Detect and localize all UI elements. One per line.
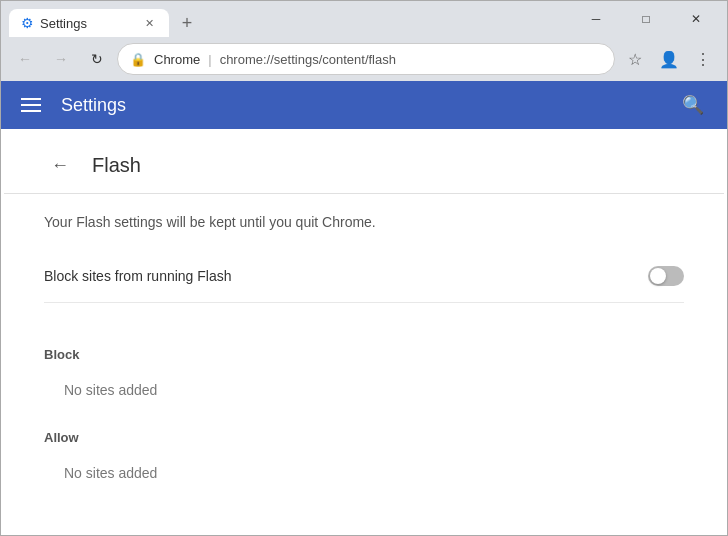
allow-empty-text: No sites added <box>44 453 684 493</box>
titlebar: ⚙ Settings ✕ + ─ □ ✕ <box>1 1 727 37</box>
reload-button[interactable]: ↻ <box>81 43 113 75</box>
settings-header: Settings 🔍 <box>1 81 727 129</box>
block-flash-label: Block sites from running Flash <box>44 268 232 284</box>
omnibox[interactable]: 🔒 Chrome | chrome://settings/content/fla… <box>117 43 615 75</box>
omnibox-path: chrome://settings/content/flash <box>220 52 396 67</box>
flash-page-title: Flash <box>92 154 141 177</box>
hamburger-menu-button[interactable] <box>17 94 45 116</box>
block-section-title: Block <box>44 347 684 362</box>
omnibox-domain: Chrome <box>154 52 200 67</box>
new-tab-button[interactable]: + <box>173 9 201 37</box>
menu-button[interactable]: ⋮ <box>687 43 719 75</box>
tab-favicon: ⚙ <box>21 15 34 31</box>
block-flash-toggle[interactable] <box>648 266 684 286</box>
allow-section: Allow No sites added <box>4 414 724 497</box>
tab-strip: ⚙ Settings ✕ + <box>9 1 565 37</box>
flash-info-text: Your Flash settings will be kept until y… <box>44 214 684 230</box>
block-flash-setting-row: Block sites from running Flash <box>44 250 684 303</box>
address-bar: ← → ↻ 🔒 Chrome | chrome://settings/conte… <box>1 37 727 81</box>
browser-window: ⚙ Settings ✕ + ─ □ ✕ ← → ↻ 🔒 Chrome | ch… <box>0 0 728 536</box>
tab-title: Settings <box>40 16 135 31</box>
minimize-button[interactable]: ─ <box>573 5 619 33</box>
back-button[interactable]: ← <box>9 43 41 75</box>
window-controls: ─ □ ✕ <box>573 5 719 33</box>
info-section: Your Flash settings will be kept until y… <box>4 194 724 323</box>
restore-button[interactable]: □ <box>623 5 669 33</box>
settings-search-button[interactable]: 🔍 <box>675 87 711 123</box>
hamburger-line <box>21 110 41 112</box>
hamburger-line <box>21 104 41 106</box>
block-empty-text: No sites added <box>44 370 684 410</box>
back-to-content-button[interactable]: ← <box>44 149 76 181</box>
settings-page-title: Settings <box>61 95 659 116</box>
page-header: ← Flash <box>4 129 724 194</box>
block-section: Block No sites added <box>4 323 724 414</box>
allow-section-title: Allow <box>44 430 684 445</box>
omnibox-separator: | <box>208 52 211 67</box>
tab-close-button[interactable]: ✕ <box>141 15 157 31</box>
hamburger-line <box>21 98 41 100</box>
forward-button[interactable]: → <box>45 43 77 75</box>
content-inner: ← Flash Your Flash settings will be kept… <box>4 129 724 535</box>
toggle-knob <box>650 268 666 284</box>
profile-button[interactable]: 👤 <box>653 43 685 75</box>
bookmark-button[interactable]: ☆ <box>619 43 651 75</box>
active-tab[interactable]: ⚙ Settings ✕ <box>9 9 169 37</box>
security-icon: 🔒 <box>130 52 146 67</box>
content-area: ← Flash Your Flash settings will be kept… <box>1 129 727 535</box>
address-actions: ☆ 👤 ⋮ <box>619 43 719 75</box>
close-button[interactable]: ✕ <box>673 5 719 33</box>
